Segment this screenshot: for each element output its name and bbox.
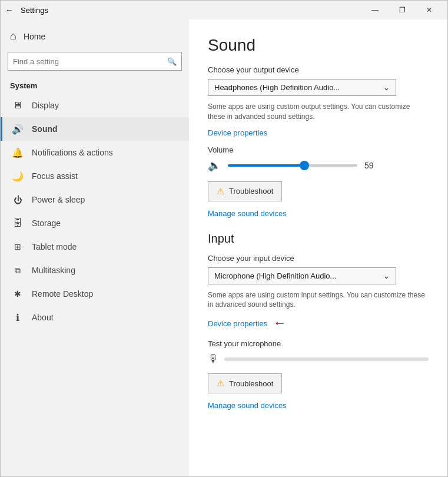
back-icon[interactable]: ← <box>5 5 14 15</box>
sidebar-item-sound[interactable]: 🔊 Sound <box>1 117 189 141</box>
sidebar-item-label: Notifications & actions <box>32 148 113 157</box>
sidebar-item-label: Display <box>32 101 59 110</box>
output-manage-devices-link[interactable]: Manage sound devices <box>208 209 287 218</box>
title-bar-controls: — ❐ ✕ <box>361 1 443 19</box>
output-device-properties-link[interactable]: Device properties <box>208 128 267 137</box>
sidebar-item-about[interactable]: ℹ About <box>1 306 189 329</box>
input-troubleshoot-button[interactable]: ⚠ Troubleshoot <box>208 373 282 393</box>
mic-level-bar <box>224 357 429 361</box>
output-section: Choose your output device Headphones (Hi… <box>208 65 429 226</box>
search-icon: 🔍 <box>167 57 177 66</box>
output-troubleshoot-label: Troubleshoot <box>229 187 273 196</box>
sidebar-item-label: Storage <box>32 218 61 228</box>
sidebar-item-label: Remote Desktop <box>32 289 93 299</box>
sidebar-item-label: About <box>32 313 54 322</box>
sidebar-item-remote[interactable]: ✱ Remote Desktop <box>1 282 189 306</box>
sidebar-item-label: Power & sleep <box>32 195 85 204</box>
red-arrow-annotation: ← <box>273 316 286 331</box>
volume-row: 🔈 59 <box>208 159 429 172</box>
main-content: Sound Choose your output device Headphon… <box>189 19 447 476</box>
volume-label: Volume <box>208 145 429 154</box>
input-section: Input Choose your input device Microphon… <box>208 232 429 419</box>
output-device-label: Choose your output device <box>208 65 429 74</box>
sidebar-item-notifications[interactable]: 🔔 Notifications & actions <box>1 141 189 164</box>
page-title: Sound <box>208 36 429 55</box>
volume-speaker-icon: 🔈 <box>208 159 221 172</box>
volume-thumb <box>300 161 309 170</box>
device-properties-row: Device properties ← <box>208 316 429 331</box>
output-hint-text: Some apps are using custom output settin… <box>208 102 429 122</box>
search-box[interactable]: 🔍 <box>8 52 182 71</box>
input-device-dropdown[interactable]: Microphone (High Definition Audio... ⌄ <box>208 267 396 284</box>
sidebar-item-multitasking[interactable]: ⧉ Multitasking <box>1 259 189 282</box>
focus-icon: 🌙 <box>12 170 24 182</box>
content-area: ⌂ Home 🔍 System 🖥 Display 🔊 Sound 🔔 Noti… <box>1 19 447 476</box>
chevron-down-icon: ⌄ <box>383 271 390 280</box>
sidebar-item-focus[interactable]: 🌙 Focus assist <box>1 164 189 188</box>
input-troubleshoot-label: Troubleshoot <box>229 379 273 388</box>
maximize-button[interactable]: ❐ <box>389 1 416 19</box>
remote-icon: ✱ <box>12 288 24 300</box>
sidebar-item-display[interactable]: 🖥 Display <box>1 94 189 117</box>
window-title: Settings <box>21 6 48 15</box>
warning-icon: ⚠ <box>217 186 224 197</box>
sidebar-item-tablet[interactable]: ⊞ Tablet mode <box>1 235 189 259</box>
power-icon: ⏻ <box>12 194 24 206</box>
title-bar: ← Settings — ❐ ✕ <box>1 1 447 19</box>
mic-test-row: 🎙 <box>208 353 429 365</box>
home-label: Home <box>24 32 45 41</box>
search-input[interactable] <box>13 57 167 66</box>
sidebar-item-label: Tablet mode <box>32 242 77 251</box>
notifications-icon: 🔔 <box>12 147 24 158</box>
input-manage-devices-link[interactable]: Manage sound devices <box>208 401 287 410</box>
volume-fill <box>228 164 304 167</box>
multitasking-icon: ⧉ <box>12 264 24 276</box>
mic-test-label: Test your microphone <box>208 339 429 348</box>
output-device-dropdown[interactable]: Headphones (High Definition Audio... ⌄ <box>208 79 396 96</box>
about-icon: ℹ <box>12 312 24 323</box>
chevron-down-icon: ⌄ <box>383 83 390 92</box>
input-hint-text: Some apps are using custom input setting… <box>208 290 429 310</box>
sidebar-item-label: Multitasking <box>32 266 75 275</box>
close-button[interactable]: ✕ <box>416 1 443 19</box>
sidebar-item-home[interactable]: ⌂ Home <box>1 24 189 48</box>
sidebar-item-label: Sound <box>32 124 58 134</box>
volume-slider[interactable] <box>228 164 357 167</box>
sidebar-item-label: Focus assist <box>32 171 78 181</box>
input-device-value: Microphone (High Definition Audio... <box>214 271 336 280</box>
input-device-label: Choose your input device <box>208 254 429 263</box>
title-bar-left: ← Settings <box>5 5 361 15</box>
input-section-title: Input <box>208 232 429 246</box>
microphone-icon: 🎙 <box>208 353 218 365</box>
storage-icon: 🗄 <box>12 217 24 229</box>
settings-window: ← Settings — ❐ ✕ ⌂ Home 🔍 System 🖥 Displ… <box>0 0 448 477</box>
volume-section: Volume 🔈 59 <box>208 145 429 172</box>
sound-icon: 🔊 <box>12 123 24 135</box>
home-icon: ⌂ <box>10 30 16 42</box>
input-device-properties-link[interactable]: Device properties <box>208 319 267 328</box>
sidebar: ⌂ Home 🔍 System 🖥 Display 🔊 Sound 🔔 Noti… <box>1 19 189 476</box>
volume-value: 59 <box>364 161 381 170</box>
system-section-label: System <box>1 77 189 94</box>
output-device-value: Headphones (High Definition Audio... <box>214 83 340 92</box>
warning-icon: ⚠ <box>217 378 224 389</box>
minimize-button[interactable]: — <box>361 1 389 19</box>
sidebar-item-power[interactable]: ⏻ Power & sleep <box>1 188 189 211</box>
tablet-icon: ⊞ <box>12 241 24 253</box>
display-icon: 🖥 <box>12 100 24 111</box>
output-troubleshoot-button[interactable]: ⚠ Troubleshoot <box>208 181 282 201</box>
sidebar-item-storage[interactable]: 🗄 Storage <box>1 211 189 235</box>
